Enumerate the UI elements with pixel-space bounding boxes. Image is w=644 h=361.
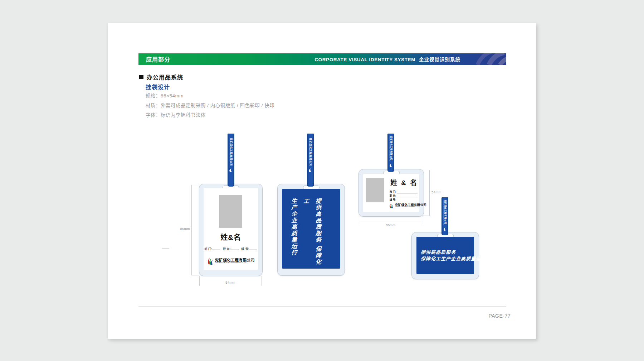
dimension-label-54mm: 54mm xyxy=(431,190,441,194)
field-number-label: 编 号: xyxy=(241,247,249,251)
badge-landscape-front: 姓 & 名 部 门: 职 务: 编 号: 兖矿 xyxy=(358,169,424,217)
dimension-line-width xyxy=(199,277,262,277)
spec-material: 材质：外套可成品定制采购 / 内心铜版纸 / 四色彩印 / 快印 xyxy=(146,101,274,109)
slogan-vertical-text: 提供高品质服务 保障化工 生产企业高质量运行 xyxy=(287,198,324,266)
header-system-title: CORPORATE VISUAL IDENTITY SYSTEM 企业视觉识别系… xyxy=(314,56,460,63)
dimension-tick xyxy=(191,185,199,185)
header-section-label: 应用部分 xyxy=(146,55,170,63)
company-logo: 兖矿煤化工程有限公司 YANKUANG COALIFICATION ENGINE… xyxy=(389,203,426,208)
badge-card: 姓 & 名 部 门: 职 务: 编 号: 兖矿 xyxy=(363,174,419,212)
strap-company-name-en: YANKUANG COALIFICATION ENGINEERING CO.,L… xyxy=(443,200,444,225)
section-heading: 办公用品系统 xyxy=(139,73,183,81)
spec-size: 规格：86×54mm xyxy=(146,92,184,99)
badge-card: 姓&名 部 门:职 务:编 号: 兖矿煤化工程有限公司 YANKUANG COA… xyxy=(204,188,258,270)
page-subtitle: 挂袋设计 xyxy=(146,82,170,91)
dimension-tick xyxy=(423,216,430,216)
company-leaf-icon xyxy=(389,163,392,167)
lanyard-strap: 兖矿煤化工程有限公司 YANKUANG COALIFICATION ENGINE… xyxy=(441,197,448,235)
lanyard-strap: 兖矿煤化工程有限公司 YANKUANG COALIFICATION ENGINE… xyxy=(307,134,314,187)
header-decoration-arcs-icon xyxy=(467,53,506,65)
dimension-label-86mm: 86mm xyxy=(380,223,401,227)
lanyard-strap: 兖矿煤化工程有限公司 YANKUANG COALIFICATION ENGINE… xyxy=(228,134,234,187)
field-blank-line xyxy=(230,247,239,250)
header-title-english: CORPORATE VISUAL IDENTITY SYSTEM xyxy=(314,57,415,62)
field-title-label: 职 务: xyxy=(390,194,396,197)
page-number: PAGE-77 xyxy=(482,313,511,319)
dimension-line-height xyxy=(429,170,430,216)
strap-company-name: 兖矿煤化工程有限公司 xyxy=(390,136,392,162)
field-blank-line xyxy=(397,198,418,201)
strap-company-name-en: YANKUANG COALIFICATION ENGINEERING CO.,L… xyxy=(309,138,310,166)
company-flame-icon xyxy=(389,203,394,208)
badge-name-text: 姓 & 名 xyxy=(390,177,418,187)
desktop-background: 应用部分 CORPORATE VISUAL IDENTITY SYSTEM 企业… xyxy=(0,0,644,361)
dimension-label-86mm: 86mm xyxy=(174,227,190,231)
company-leaf-icon xyxy=(443,227,447,231)
company-leaf-icon xyxy=(309,168,312,172)
photo-placeholder xyxy=(366,178,384,202)
strap-company-name: 兖矿煤化工程有限公司 xyxy=(230,138,233,166)
strap-company-name: 兖矿煤化工程有限公司 xyxy=(309,138,312,166)
square-bullet-icon xyxy=(139,75,143,79)
field-number-label: 编 号: xyxy=(390,198,396,201)
dimension-line-width xyxy=(359,221,423,221)
strap-company-name-en: YANKUANG COALIFICATION ENGINEERING CO.,L… xyxy=(229,138,230,166)
guide-dash xyxy=(162,248,169,249)
company-leaf-icon xyxy=(229,168,233,172)
slogan-column-left: 生产企业高质量运行 xyxy=(287,198,299,266)
badge-field-row: 部 门: xyxy=(390,190,418,193)
photo-placeholder xyxy=(219,195,242,228)
dimension-extension xyxy=(199,276,200,286)
badge-landscape-back: 提供高品质服务 保障化工生产企业高质量运行 xyxy=(411,232,479,279)
dimension-label-54mm: 54mm xyxy=(220,280,241,284)
field-blank-line xyxy=(397,191,418,193)
logo-company-name-en: YANKUANG COALIFICATION ENGINEERING CO.,L… xyxy=(395,207,426,208)
field-blank-line xyxy=(212,247,220,250)
badge-name-text: 姓&名 xyxy=(204,232,258,242)
footer-rule xyxy=(138,306,506,307)
strap-company-name: 兖矿煤化工程有限公司 xyxy=(444,200,447,225)
badge-field-row: 编 号: xyxy=(390,198,418,201)
dimension-line-height xyxy=(191,185,192,275)
vi-manual-page: 应用部分 CORPORATE VISUAL IDENTITY SYSTEM 企业… xyxy=(108,23,536,339)
field-blank-line xyxy=(249,247,257,250)
badge-portrait-back: 提供高品质服务 保障化工 生产企业高质量运行 xyxy=(277,184,345,276)
field-department-label: 部 门: xyxy=(390,190,396,193)
field-blank-line xyxy=(397,194,418,197)
badge-fields: 部 门:职 务:编 号: xyxy=(204,246,258,251)
spec-font: 字体：标语为李旭科书法体 xyxy=(146,111,206,118)
header-title-chinese: 企业视觉识别系统 xyxy=(419,56,460,63)
field-title-label: 职 务: xyxy=(223,247,231,251)
badge-field-row: 职 务: xyxy=(390,194,418,197)
dimension-extension xyxy=(423,216,423,226)
slogan-line-1: 提供高品质服务 xyxy=(421,249,456,255)
slogan-line-2: 保障化工生产企业高质量运行 xyxy=(421,255,486,262)
lanyard-strap: 兖矿煤化工程有限公司 YANKUANG COALIFICATION ENGINE… xyxy=(387,134,394,172)
strap-company-name-en: YANKUANG COALIFICATION ENGINEERING CO.,L… xyxy=(389,136,390,162)
header-banner: 应用部分 CORPORATE VISUAL IDENTITY SYSTEM 企业… xyxy=(138,53,506,65)
company-flame-icon xyxy=(207,257,214,265)
slogan-column-right: 提供高品质服务 保障化工 xyxy=(299,198,324,266)
section-title: 办公用品系统 xyxy=(147,73,183,81)
logo-company-name-en: YANKUANG COALIFICATION ENGINEERING CO.,L… xyxy=(215,262,255,263)
company-logo: 兖矿煤化工程有限公司 YANKUANG COALIFICATION ENGINE… xyxy=(207,257,255,265)
field-department-label: 部 门: xyxy=(204,247,212,251)
dimension-extension xyxy=(262,276,262,286)
badge-blue-card: 提供高品质服务 保障化工 生产企业高质量运行 xyxy=(282,189,340,269)
badge-portrait-front: 姓&名 部 门:职 务:编 号: 兖矿煤化工程有限公司 YANKUANG COA… xyxy=(199,184,263,276)
badge-blue-card: 提供高品质服务 保障化工生产企业高质量运行 xyxy=(416,237,474,274)
dimension-tick xyxy=(191,275,199,275)
